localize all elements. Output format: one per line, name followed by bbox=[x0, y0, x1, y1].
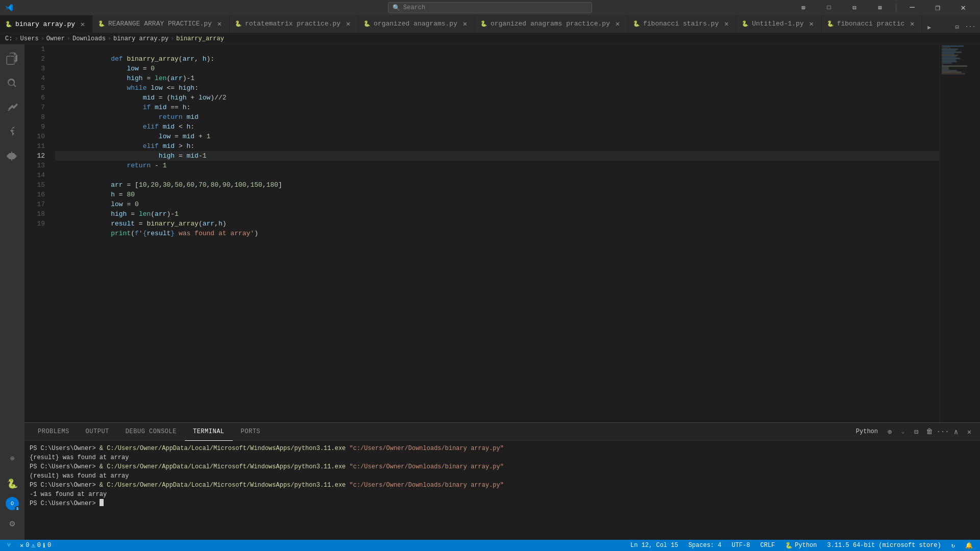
status-python-version[interactable]: 3.11.5 64-bit (microsoft store) bbox=[825, 540, 943, 551]
breadcrumb: C: › Users › Owner › Downloads › binary … bbox=[0, 33, 980, 44]
panel-tab-ports[interactable]: PORTS bbox=[233, 423, 269, 441]
restore-btn[interactable]: ❐ bbox=[926, 0, 949, 15]
tab-label-fibonacci-practic: fibonacci practic bbox=[837, 20, 905, 28]
editor-and-panel: 1 2 3 4 5 6 7 8 9 10 11 12 13 14 bbox=[24, 44, 980, 540]
terminal-cursor bbox=[100, 499, 104, 506]
tab-organized-anagrams-p[interactable]: 🐍 organized anagrams practice.py ✕ bbox=[475, 15, 628, 33]
line-num-6: 6 bbox=[27, 93, 45, 103]
terminal-prompt: PS C:\Users\Owner> bbox=[30, 499, 975, 508]
tab-close-untitled[interactable]: ✕ bbox=[807, 19, 816, 29]
tab-rotatematrix[interactable]: 🐍 rotatematrix practice.py ✕ bbox=[230, 15, 358, 33]
term-path-2: "c:/Users/Owner/Downloads/binary array.p… bbox=[350, 462, 504, 471]
activity-remote[interactable]: ⊕ bbox=[0, 446, 24, 470]
tab-label-untitled-1: Untitled-1.py bbox=[752, 20, 803, 28]
tab-organized-anagrams[interactable]: 🐍 organized anagrams.py ✕ bbox=[358, 15, 475, 33]
split-terminal-btn[interactable]: ⊟ bbox=[911, 426, 922, 437]
tab-close-rearange[interactable]: ✕ bbox=[215, 19, 224, 29]
status-branch[interactable]: ⑂ bbox=[5, 540, 13, 551]
terminal-line-3: PS C:\Users\Owner> & C:/Users/Owner/AppD… bbox=[30, 481, 975, 490]
line-num-7: 7 bbox=[27, 103, 45, 112]
tab-file-icon-rotatematrix: 🐍 bbox=[235, 20, 242, 27]
tab-close-fib-practic[interactable]: ✕ bbox=[908, 19, 917, 29]
search-bar[interactable]: 🔍 Search bbox=[388, 2, 592, 13]
more-actions-tab-btn[interactable]: ··· bbox=[965, 21, 976, 33]
encoding-text: UTF-8 bbox=[731, 542, 750, 549]
tab-close-org-ana[interactable]: ✕ bbox=[460, 19, 470, 29]
terminal-label: Python bbox=[852, 428, 882, 435]
layout-btn-2[interactable]: □ bbox=[817, 0, 841, 15]
line-col-text: Ln 12, Col 15 bbox=[630, 542, 678, 549]
tab-label-rotatematrix: rotatematrix practice.py bbox=[245, 20, 340, 28]
close-panel-btn[interactable]: ✕ bbox=[964, 426, 975, 437]
tab-close-org-ana-p[interactable]: ✕ bbox=[613, 19, 622, 29]
tab-binary-array[interactable]: 🐍 binary array.py ✕ bbox=[0, 15, 93, 33]
split-editor-btn[interactable]: ⊟ bbox=[951, 21, 963, 33]
term-cmd-2: & C:/Users/Owner/AppData/Local/Microsoft… bbox=[96, 462, 350, 471]
term-path-3: "c:/Users/Owner/Downloads/binary array.p… bbox=[350, 481, 504, 490]
minimize-btn[interactable]: ─ bbox=[900, 0, 924, 15]
activity-git[interactable] bbox=[0, 95, 24, 120]
status-language[interactable]: 🐍 Python bbox=[783, 540, 819, 551]
status-line-col[interactable]: Ln 12, Col 15 bbox=[628, 540, 680, 551]
line-num-10: 10 bbox=[27, 132, 45, 141]
activity-search[interactable] bbox=[0, 71, 24, 95]
tab-fibonacci-practic[interactable]: 🐍 fibonacci practic ✕ bbox=[822, 15, 923, 33]
kill-terminal-btn[interactable]: 🗑 bbox=[924, 426, 935, 437]
status-right: Ln 12, Col 15 Spaces: 4 UTF-8 CRLF 🐍 Pyt… bbox=[628, 540, 975, 551]
activity-python-ext[interactable]: 🐍 bbox=[0, 471, 24, 496]
panel-tab-debug-console[interactable]: DEBUG CONSOLE bbox=[117, 423, 185, 441]
layout-btn-1[interactable]: ⊞ bbox=[792, 0, 815, 15]
more-terminal-btn[interactable]: ··· bbox=[937, 426, 948, 437]
terminal-content[interactable]: PS C:\Users\Owner> & C:/Users/Owner/AppD… bbox=[24, 441, 980, 540]
code-line-17: high = len(arr)-1 bbox=[55, 199, 939, 209]
breadcrumb-symbol[interactable]: binarry_array bbox=[176, 35, 224, 42]
avatar-initials: O bbox=[11, 501, 14, 507]
new-terminal-btn[interactable]: ⊕ bbox=[884, 426, 895, 437]
bottom-panel: PROBLEMS OUTPUT DEBUG CONSOLE TERMINAL P… bbox=[24, 422, 980, 540]
warning-icon: ⚠ bbox=[31, 542, 35, 549]
tab-file-icon-rearange: 🐍 bbox=[98, 20, 105, 27]
title-bar-left bbox=[5, 4, 13, 12]
line-num-11: 11 bbox=[27, 141, 45, 151]
panel-tab-terminal[interactable]: TERMINAL bbox=[185, 423, 233, 441]
tab-close-rotatematrix[interactable]: ✕ bbox=[344, 19, 353, 29]
panel-tab-problems[interactable]: PROBLEMS bbox=[30, 423, 78, 441]
account-avatar[interactable]: O 1 bbox=[6, 497, 19, 510]
breadcrumb-downloads[interactable]: Downloads bbox=[72, 35, 106, 42]
tab-close-binary-array[interactable]: ✕ bbox=[78, 19, 87, 29]
tab-overflow-btn[interactable]: ▸ bbox=[922, 21, 936, 33]
status-sync[interactable]: ↻ bbox=[949, 540, 957, 551]
activity-explorer[interactable] bbox=[0, 46, 24, 71]
term-prompt-text: PS C:\Users\Owner> bbox=[30, 499, 100, 508]
status-errors[interactable]: ✕ 0 ⚠ 0 ℹ 0 bbox=[18, 540, 53, 551]
status-line-ending[interactable]: CRLF bbox=[758, 540, 777, 551]
terminal-dropdown-btn[interactable]: ⌄ bbox=[897, 426, 909, 437]
code-line-14: arr = [10,20,30,50,60,70,80,90,100,150,1… bbox=[55, 170, 939, 180]
activity-extensions[interactable] bbox=[0, 144, 24, 169]
title-bar: 🔍 Search ⊞ □ ⊟ ⊞ ─ ❐ ✕ bbox=[0, 0, 980, 15]
tab-untitled-1[interactable]: 🐍 Untitled-1.py ✕ bbox=[737, 15, 821, 33]
activity-debug[interactable] bbox=[0, 120, 24, 144]
layout-btn-3[interactable]: ⊟ bbox=[843, 0, 866, 15]
breadcrumb-filename[interactable]: binary array.py bbox=[113, 35, 168, 42]
activity-settings[interactable]: ⚙ bbox=[0, 511, 24, 536]
status-notifications[interactable]: 🔔 bbox=[963, 540, 975, 551]
term-ps-1: PS C:\Users\Owner> bbox=[30, 444, 96, 453]
tab-rearange[interactable]: 🐍 REARANGE ARRAY PRACTICE.py ✕ bbox=[93, 15, 230, 33]
tab-fibonacci-stairs[interactable]: 🐍 fibonacci stairs.py ✕ bbox=[628, 15, 737, 33]
close-btn[interactable]: ✕ bbox=[951, 0, 975, 15]
layout-btn-4[interactable]: ⊞ bbox=[868, 0, 892, 15]
panel-tab-output[interactable]: OUTPUT bbox=[78, 423, 117, 441]
status-spaces[interactable]: Spaces: 4 bbox=[687, 540, 724, 551]
breadcrumb-owner[interactable]: Owner bbox=[46, 35, 65, 42]
line-ending-text: CRLF bbox=[760, 542, 775, 549]
tab-file-icon-untitled: 🐍 bbox=[742, 20, 749, 27]
maximize-panel-btn[interactable]: ∧ bbox=[950, 426, 962, 437]
breadcrumb-c[interactable]: C: bbox=[5, 35, 12, 42]
status-encoding[interactable]: UTF-8 bbox=[729, 540, 752, 551]
code-content[interactable]: def binarry_array(arr, h): low = 0 high … bbox=[50, 44, 939, 422]
breadcrumb-users[interactable]: Users bbox=[20, 35, 39, 42]
tab-file-icon: 🐍 bbox=[5, 21, 12, 28]
tab-close-fib-stairs[interactable]: ✕ bbox=[722, 19, 731, 29]
term-cmd-1: & C:/Users/Owner/AppData/Local/Microsoft… bbox=[96, 444, 350, 453]
